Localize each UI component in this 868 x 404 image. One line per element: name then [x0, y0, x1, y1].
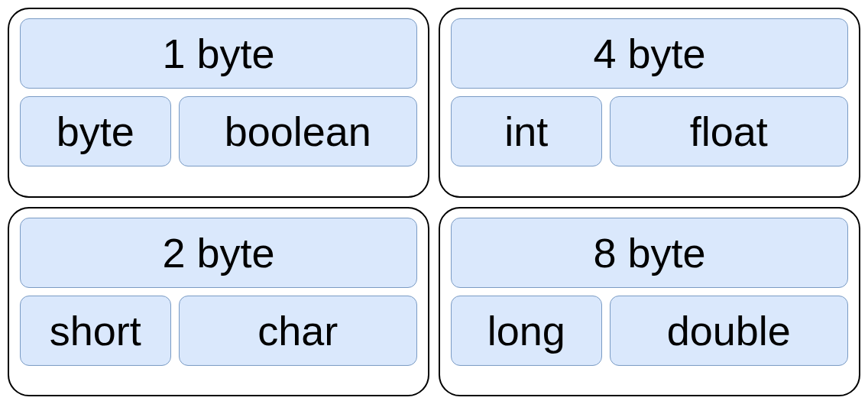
- type-double: double: [610, 296, 848, 366]
- type-char: char: [179, 296, 417, 366]
- type-byte: byte: [20, 96, 171, 166]
- type-short: short: [20, 296, 171, 366]
- type-float: float: [610, 96, 848, 166]
- group-2-byte: 2 byte short char: [8, 207, 429, 397]
- group-header: 1 byte: [20, 18, 417, 89]
- group-header: 4 byte: [451, 18, 848, 89]
- group-1-byte: 1 byte byte boolean: [8, 8, 429, 198]
- types-row: short char: [20, 296, 417, 386]
- type-int: int: [451, 96, 602, 166]
- type-long: long: [451, 296, 602, 366]
- group-header: 8 byte: [451, 218, 848, 288]
- types-row: byte boolean: [20, 96, 417, 187]
- group-4-byte: 4 byte int float: [439, 8, 860, 198]
- types-row: long double: [451, 296, 848, 386]
- type-boolean: boolean: [179, 96, 417, 166]
- group-header: 2 byte: [20, 218, 417, 288]
- group-8-byte: 8 byte long double: [439, 207, 860, 397]
- byte-size-grid: 1 byte byte boolean 4 byte int float 2 b…: [8, 8, 860, 396]
- types-row: int float: [451, 96, 848, 187]
